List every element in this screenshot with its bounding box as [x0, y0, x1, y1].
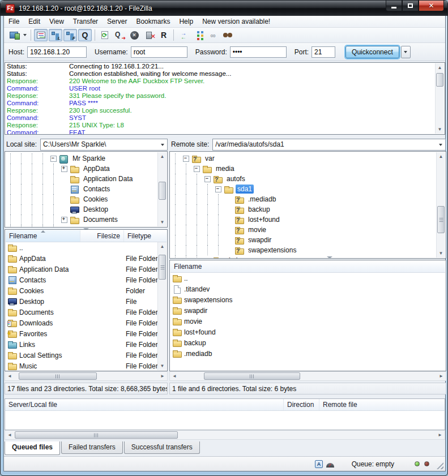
- tab-successful-transfers[interactable]: Successful transfers: [124, 441, 200, 454]
- tree-item-var[interactable]: ? var: [170, 153, 436, 164]
- local-tree-pane[interactable]: Mr Sparkle AppData Application Data: [5, 151, 168, 228]
- tree-item-lost-found[interactable]: ? lost+found: [170, 215, 436, 225]
- file-row[interactable]: CookiesFolder: [6, 285, 157, 296]
- local-tree-vertical-scrollbar[interactable]: ▲ ▼: [157, 152, 167, 226]
- tree-item-sda1[interactable]: sda1: [170, 184, 436, 194]
- file-row[interactable]: Application DataFile Folder: [6, 264, 157, 275]
- scroll-right-icon[interactable]: ►: [158, 372, 167, 380]
- directory-comparison-button[interactable]: [191, 29, 205, 41]
- scroll-down-icon[interactable]: ▼: [436, 125, 444, 134]
- tree-item-appdata[interactable]: AppData: [5, 164, 157, 174]
- column-header-server-local-file[interactable]: Server/Local file: [5, 399, 284, 410]
- file-row[interactable]: FavoritesFile Folder: [6, 328, 157, 339]
- local-file-list[interactable]: Filename Filesize Filetype .. AppDataFil…: [5, 229, 168, 371]
- process-queue-button[interactable]: Q: [113, 29, 126, 41]
- port-input[interactable]: [312, 46, 335, 58]
- scroll-up-icon[interactable]: ▲: [436, 63, 444, 72]
- toggle-queue-button[interactable]: Q: [78, 29, 92, 41]
- column-header-filename[interactable]: Filename: [6, 230, 80, 242]
- menu-bookmarks[interactable]: Bookmarks: [131, 16, 174, 27]
- remote-site-combo[interactable]: /var/media/autofs/sda1: [212, 139, 446, 151]
- menu-transfer[interactable]: Transfer: [69, 16, 103, 27]
- speed-limits-icon[interactable]: [326, 463, 334, 468]
- scroll-down-icon[interactable]: ▼: [158, 362, 167, 370]
- queue-horizontal-scrollbar[interactable]: ◄ ►: [5, 430, 445, 440]
- tab-failed-transfers[interactable]: Failed transfers: [61, 441, 123, 454]
- scroll-down-icon[interactable]: ▼: [437, 249, 445, 258]
- file-row[interactable]: movie: [170, 316, 445, 327]
- tree-item-autofs[interactable]: ? autofs: [170, 174, 436, 184]
- menu-edit[interactable]: Edit: [24, 16, 45, 27]
- remote-splitter-collapse-icon[interactable]: [327, 256, 332, 259]
- file-row[interactable]: backup: [170, 337, 445, 348]
- tree-item-desktop[interactable]: Desktop: [5, 204, 157, 215]
- tree-item-swapdir[interactable]: ? swapdir: [170, 235, 436, 245]
- column-header-filetype[interactable]: Filetype: [124, 230, 167, 242]
- expand-icon[interactable]: [59, 164, 70, 174]
- scroll-left-icon[interactable]: ◄: [170, 372, 179, 380]
- collapse-icon[interactable]: [191, 164, 202, 174]
- column-header-remote-file[interactable]: Remote file: [319, 399, 445, 410]
- menu-new-version[interactable]: New version available!: [198, 16, 275, 27]
- file-row[interactable]: .titandev: [170, 284, 445, 294]
- title-bar[interactable]: Fz 192.168.1.20 - root@192.168.1.20 - Fi…: [1, 1, 448, 16]
- collapse-icon[interactable]: [48, 153, 59, 164]
- synchronized-browsing-button[interactable]: ∞: [206, 29, 220, 41]
- scroll-left-icon[interactable]: ◄: [5, 431, 14, 439]
- menu-view[interactable]: View: [45, 16, 69, 27]
- menu-server[interactable]: Server: [103, 16, 131, 27]
- column-header-filesize[interactable]: Filesize: [80, 230, 124, 242]
- close-button[interactable]: ✕: [419, 1, 444, 11]
- menu-file[interactable]: File: [4, 16, 24, 27]
- site-manager-dropdown[interactable]: [21, 29, 28, 41]
- tree-item-media[interactable]: media: [170, 164, 436, 174]
- reconnect-button[interactable]: R: [157, 29, 170, 41]
- directory-comparison-arrows-button[interactable]: →←: [177, 29, 190, 41]
- toggle-remote-tree-button[interactable]: F: [63, 29, 77, 41]
- file-row[interactable]: DesktopFile: [6, 296, 157, 307]
- file-row[interactable]: swapextensions: [170, 294, 445, 305]
- local-list-vertical-scrollbar[interactable]: ▲ ▼: [157, 242, 167, 370]
- toggle-message-log-button[interactable]: [34, 29, 48, 41]
- menu-help[interactable]: Help: [174, 16, 198, 27]
- minimize-button[interactable]: [386, 1, 402, 11]
- scroll-up-icon[interactable]: ▲: [437, 152, 445, 161]
- file-row[interactable]: LinksFile Folder: [6, 339, 157, 350]
- remote-list-horizontal-scrollbar[interactable]: ◄ ►: [169, 371, 446, 381]
- site-manager-button[interactable]: [7, 29, 20, 41]
- file-row[interactable]: DocumentsFile Folder: [6, 307, 157, 318]
- tree-item-documents[interactable]: Documents: [5, 215, 157, 225]
- host-input[interactable]: [27, 46, 87, 58]
- file-row[interactable]: AppDataFile Folder: [6, 253, 157, 264]
- file-row[interactable]: DownloadsFile Folder: [6, 318, 157, 328]
- tree-item-downloads[interactable]: Downloads: [5, 225, 157, 227]
- remote-file-list[interactable]: Filename .. .titandev swapextensions swa…: [169, 260, 446, 371]
- resize-grip[interactable]: [437, 462, 443, 469]
- tree-item-swapextensions[interactable]: ? swapextensions: [170, 245, 436, 255]
- expand-icon[interactable]: [59, 225, 70, 227]
- file-row[interactable]: .mediadb: [170, 348, 445, 359]
- column-header-direction[interactable]: Direction: [284, 399, 319, 410]
- file-row[interactable]: MusicFile Folder: [6, 361, 157, 371]
- tree-item-backup[interactable]: ? backup: [170, 204, 436, 215]
- cancel-button[interactable]: ✕: [127, 29, 141, 41]
- tree-item-cookies[interactable]: Cookies: [5, 194, 157, 204]
- expand-icon[interactable]: [59, 215, 70, 225]
- scroll-up-icon[interactable]: ▲: [158, 152, 167, 161]
- password-input[interactable]: [230, 46, 287, 58]
- tree-item-contacts[interactable]: Contacts: [5, 184, 157, 194]
- file-row[interactable]: Local SettingsFile Folder: [6, 350, 157, 361]
- collapse-icon[interactable]: [181, 153, 191, 164]
- collapse-icon[interactable]: [202, 174, 213, 184]
- file-row[interactable]: ContactsFile Folder: [6, 275, 157, 285]
- refresh-button[interactable]: [98, 29, 112, 41]
- scroll-down-icon[interactable]: ▼: [158, 218, 167, 226]
- remote-tree-pane[interactable]: ? var media ? autofs: [169, 151, 446, 259]
- find-files-button[interactable]: [221, 29, 234, 41]
- file-row[interactable]: lost+found: [170, 327, 445, 337]
- message-log[interactable]: Status:Connecting to 192.168.1.20:21... …: [5, 62, 445, 135]
- username-input[interactable]: [131, 46, 187, 58]
- file-row[interactable]: ..: [170, 273, 445, 284]
- tree-item-mediadb[interactable]: ? .mediadb: [170, 194, 436, 204]
- remote-tree-vertical-scrollbar[interactable]: ▲ ▼: [436, 152, 445, 258]
